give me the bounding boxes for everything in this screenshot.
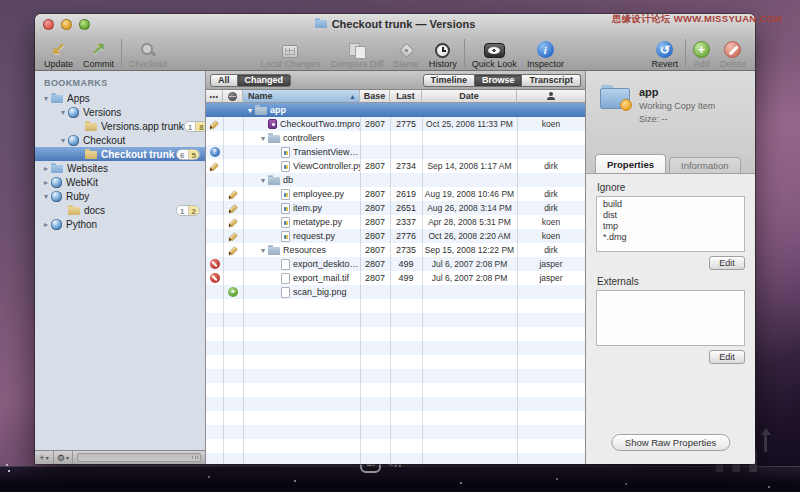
column-header-author[interactable] — [517, 90, 585, 103]
column-header-date[interactable]: Date — [422, 90, 517, 103]
view-segment-browse[interactable]: Browse — [475, 74, 523, 87]
filter-segment-changed[interactable]: Changed — [238, 74, 292, 87]
disclosure-open-icon[interactable]: ▾ — [41, 192, 51, 201]
file-browser: AllChanged TimelineBrowseTranscript ••• … — [206, 71, 585, 464]
cell-base: 2807 — [360, 215, 390, 229]
disclosure-closed-icon[interactable]: ▸ — [41, 164, 51, 173]
cell-local-status: ? — [206, 145, 223, 159]
folder-blue — [51, 165, 63, 173]
filter-segment-all[interactable]: All — [210, 74, 238, 87]
cell-name: CheckoutTwo.tmproj — [243, 117, 360, 131]
sidebar-item-label: Checkout — [83, 135, 125, 146]
sidebar-item-label: Python — [66, 219, 97, 230]
disclosure-closed-icon[interactable]: ▸ — [41, 178, 51, 187]
table-row[interactable]: export_mail.tif2807499Jul 6, 2007 2:08 P… — [206, 271, 585, 285]
cell-name: ▾controllers — [243, 131, 360, 145]
table-row[interactable]: ViewController.py28072734Sep 14, 2008 1:… — [206, 159, 585, 173]
table-row[interactable]: ▾Resources28072735Sep 15, 2008 12:22 PMd… — [206, 243, 585, 257]
view-segment-timeline[interactable]: Timeline — [423, 74, 475, 87]
ignore-list-box[interactable]: build dist tmp *.dmg — [596, 196, 745, 252]
tab-properties[interactable]: Properties — [595, 154, 666, 173]
disclosure-open-icon[interactable]: ▾ — [245, 106, 255, 115]
local-changes-button[interactable]: Local Changes — [255, 36, 325, 69]
sidebar-item-versions-app-trunk[interactable]: Versions.app trunk18 — [35, 119, 205, 133]
quick-look-button[interactable]: Quick Look — [467, 36, 522, 69]
sidebar-item-docs[interactable]: docs12 — [35, 203, 205, 217]
history-button[interactable]: History — [424, 36, 462, 69]
tab-information[interactable]: Information — [669, 157, 741, 173]
commit-button[interactable]: ↗Commit — [78, 36, 119, 69]
cell-author — [517, 103, 585, 117]
add-button[interactable]: +Add — [688, 36, 715, 69]
sidebar-item-versions[interactable]: ▾Versions — [35, 105, 205, 119]
tmproj-file-icon — [268, 119, 277, 129]
column-header-base[interactable]: Base — [360, 90, 390, 103]
disclosure-open-icon[interactable]: ▾ — [41, 94, 51, 103]
table-row[interactable]: request.py28072776Oct 26, 2008 2:20 AMko… — [206, 229, 585, 243]
column-header-last[interactable]: Last — [390, 90, 422, 103]
ignore-label: Ignore — [597, 182, 745, 193]
cell-date: Jul 6, 2007 2:08 PM — [422, 271, 517, 285]
remote-count: 5 — [188, 150, 199, 159]
table-row[interactable]: metatype.py28072337Apr 28, 2008 5:31 PMk… — [206, 215, 585, 229]
show-raw-properties-button[interactable]: Show Raw Properties — [611, 434, 730, 451]
disclosure-open-icon[interactable]: ▾ — [58, 136, 68, 145]
minimize-button[interactable] — [61, 19, 72, 30]
cell-remote-status — [223, 187, 243, 201]
disclosure-open-icon[interactable]: ▾ — [258, 176, 268, 185]
sidebar-item-python[interactable]: ▸Python — [35, 217, 205, 231]
bookmarks-list: ▾Apps▾VersionsVersions.app trunk18▾Check… — [35, 91, 205, 231]
cell-author — [517, 285, 585, 299]
checkout-button[interactable]: Checkout — [124, 36, 172, 69]
table-row[interactable]: ▾db — [206, 173, 585, 187]
cell-name: ViewController.py — [243, 159, 360, 173]
sidebar-item-checkout[interactable]: ▾Checkout — [35, 133, 205, 147]
column-header-local-status[interactable]: ••• — [206, 90, 223, 103]
delete-button[interactable]: Delete — [715, 36, 751, 69]
toolbar-button-label: Checkout — [129, 59, 167, 69]
ignored-status-icon — [210, 259, 220, 269]
table-row[interactable]: +scan_big.png — [206, 285, 585, 299]
compare-diff-button[interactable]: Compare Diff — [325, 36, 388, 69]
cell-remote-status — [223, 201, 243, 215]
disclosure-open-icon[interactable]: ▾ — [258, 134, 268, 143]
sidebar-item-apps[interactable]: ▾Apps — [35, 91, 205, 105]
status-count-badge: 12 — [176, 205, 200, 216]
cell-author: koen — [517, 215, 585, 229]
sidebar-item-ruby[interactable]: ▾Ruby — [35, 189, 205, 203]
column-header-remote-status[interactable] — [223, 90, 243, 103]
disclosure-open-icon[interactable]: ▾ — [258, 246, 268, 255]
table-row[interactable]: ?TransientView… — [206, 145, 585, 159]
table-row[interactable]: CheckoutTwo.tmproj28072775Oct 25, 2008 1… — [206, 117, 585, 131]
disclosure-closed-icon[interactable]: ▸ — [41, 220, 51, 229]
disclosure-open-icon[interactable]: ▾ — [58, 108, 68, 117]
column-header-name[interactable]: Name ▲ — [243, 90, 360, 103]
inspector-item-size: Size: -- — [639, 114, 668, 124]
revert-button[interactable]: ↺Revert — [647, 36, 684, 69]
sidebar-resize-handle[interactable] — [77, 453, 201, 462]
bookmarks-header: BOOKMARKS — [35, 76, 205, 91]
view-segment-transcript[interactable]: Transcript — [522, 74, 581, 87]
sidebar-item-websites[interactable]: ▸Websites — [35, 161, 205, 175]
update-button[interactable]: ↙Update — [39, 36, 78, 69]
table-row[interactable]: ▾app — [206, 103, 585, 117]
file-name: TransientView… — [293, 147, 359, 157]
modified-pencil-icon — [209, 119, 220, 130]
action-menu-button[interactable]: ⚙ ▾ — [54, 451, 73, 464]
table-row[interactable]: ▾controllers — [206, 131, 585, 145]
zoom-button[interactable] — [79, 19, 90, 30]
blame-button[interactable]: Blame — [388, 36, 424, 69]
add-bookmark-button[interactable]: + ▾ — [35, 451, 54, 464]
table-row[interactable]: export_deskto…2807499Jul 6, 2007 2:08 PM… — [206, 257, 585, 271]
close-button[interactable] — [43, 19, 54, 30]
externals-edit-button[interactable]: Edit — [709, 350, 745, 364]
externals-list-box[interactable] — [596, 290, 745, 346]
table-row[interactable]: employee.py28072619Aug 19, 2008 10:46 PM… — [206, 187, 585, 201]
filter-segmented-control: AllChanged — [210, 74, 291, 87]
table-row[interactable]: item.py28072651Aug 26, 2008 3:14 PMdirk — [206, 201, 585, 215]
sidebar-item-webkit[interactable]: ▸WebKit — [35, 175, 205, 189]
sidebar-item-checkout-trunk[interactable]: Checkout trunk65 — [35, 147, 205, 161]
inspector-button[interactable]: iInspector — [522, 36, 569, 69]
sidebar-item-label: Checkout trunk — [101, 149, 174, 160]
ignore-edit-button[interactable]: Edit — [709, 256, 745, 270]
